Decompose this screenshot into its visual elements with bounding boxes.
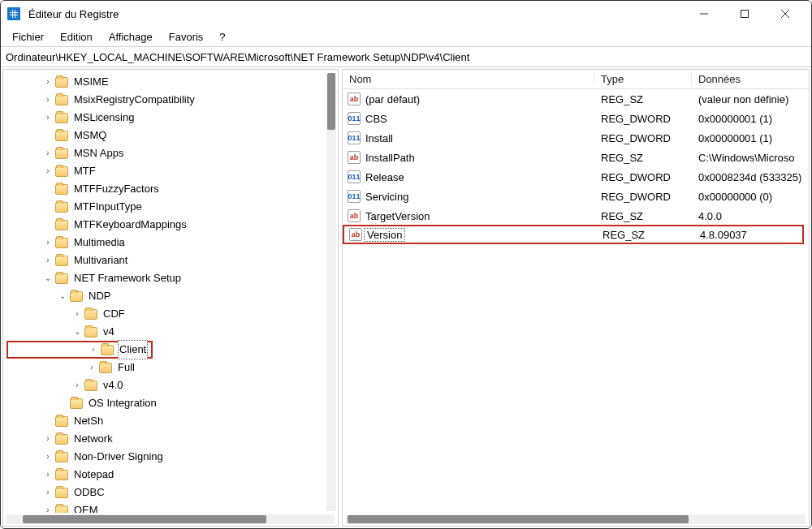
value-type: REG_DWORD [594,191,692,203]
chevron-right-icon[interactable]: › [42,501,54,513]
value-type: REG_SZ [596,229,693,241]
menu-file[interactable]: Fichier [12,31,44,43]
value-data: 0x00000001 (1) [692,132,809,144]
tree-node-label: v4 [102,323,116,341]
chevron-right-icon[interactable]: › [42,430,54,448]
dword-value-icon: 011 [348,170,361,183]
menu-help[interactable]: ? [219,31,225,43]
tree-node-label: MSIME [72,73,110,91]
minimize-button[interactable] [693,2,715,25]
list-row[interactable]: abVersionREG_SZ4.8.09037 [343,225,804,244]
chevron-right-icon[interactable]: › [86,359,97,376]
tree-node[interactable]: MSMQ [6,127,338,144]
tree-node-label: NDP [87,287,112,305]
chevron-right-icon[interactable]: › [88,341,99,359]
list-row[interactable]: 011ReleaseREG_DWORD0x0008234d (533325) [343,167,809,187]
folder-icon [99,363,112,373]
tree-node[interactable]: ⌄v4 [6,323,338,341]
tree-node-label: OEM [72,501,100,513]
tree-node-label: v4.0 [102,376,125,394]
column-header-type[interactable]: Type [594,73,692,85]
string-value-icon: ab [348,151,361,164]
tree-node[interactable]: MTFKeyboardMappings [6,216,338,234]
tree-node[interactable]: ⌄NDP [6,287,338,305]
value-data: 4.0.0 [692,210,809,222]
tree-node-label: NetSh [72,412,105,430]
regedit-app-icon [7,7,20,20]
tree-node[interactable]: ›Non-Driver Signing [6,448,338,466]
address-bar[interactable]: Ordinateur\HKEY_LOCAL_MACHINE\SOFTWARE\M… [1,46,811,67]
tree-node[interactable]: ›Notepad [6,466,338,484]
menu-bar: Fichier Edition Affichage Favoris ? [1,27,811,46]
folder-icon [55,256,68,266]
tree-horizontal-scrollbar[interactable] [6,514,335,524]
window-title: Éditeur du Registre [28,8,119,20]
tree-node[interactable]: ›Network [6,430,338,448]
tree-node[interactable]: ›Client [6,341,153,359]
string-value-icon: ab [348,209,361,222]
folder-icon [55,470,68,480]
maximize-button[interactable] [733,2,756,25]
chevron-right-icon[interactable]: › [42,448,54,466]
chevron-down-icon[interactable]: ⌄ [57,287,68,305]
menu-view[interactable]: Affichage [109,31,153,43]
scrollbar-thumb[interactable] [348,515,689,523]
tree-node[interactable]: ›MSIME [6,73,338,91]
chevron-right-icon[interactable]: › [42,144,54,162]
values-list[interactable]: ab(par défaut)REG_SZ(valeur non définie)… [343,89,809,513]
chevron-right-icon[interactable]: › [42,109,54,127]
chevron-right-icon[interactable]: › [42,252,54,269]
scrollbar-thumb[interactable] [23,515,266,523]
tree-node[interactable]: MTFInputType [6,198,338,216]
values-pane: Nom Type Données ab(par défaut)REG_SZ(va… [342,69,810,527]
value-type: REG_SZ [594,210,692,222]
tree-node-label: Full [116,359,136,376]
registry-tree[interactable]: ›MSIME›MsixRegistryCompatibility›MSLicen… [3,70,338,513]
chevron-right-icon[interactable]: › [71,376,83,394]
list-row[interactable]: 011InstallREG_DWORD0x00000001 (1) [343,128,809,148]
svg-rect-1 [741,11,749,18]
close-button[interactable] [774,2,797,25]
column-header-data[interactable]: Données [692,73,809,85]
tree-node[interactable]: ›CDF [6,305,338,323]
tree-node-label: MTFInputType [72,198,144,216]
folder-icon [70,291,83,302]
scrollbar-thumb[interactable] [327,73,335,130]
chevron-right-icon[interactable]: › [42,91,54,109]
tree-node[interactable]: ›MSN Apps [6,144,338,162]
list-row[interactable]: 011CBSREG_DWORD0x00000001 (1) [343,109,809,128]
chevron-right-icon[interactable]: › [42,162,54,180]
tree-node[interactable]: ›Full [6,359,338,376]
value-data: C:\Windows\Microso [692,152,809,164]
tree-node[interactable]: ›MSLicensing [6,109,338,127]
chevron-right-icon[interactable]: › [42,466,54,484]
tree-node[interactable]: ›MTF [6,162,338,180]
chevron-down-icon[interactable]: ⌄ [42,269,54,287]
menu-edit[interactable]: Edition [60,31,93,43]
tree-node[interactable]: NetSh [6,412,338,430]
chevron-right-icon[interactable]: › [71,305,83,323]
list-row[interactable]: abInstallPathREG_SZC:\Windows\Microso [343,148,809,167]
tree-node[interactable]: ›MsixRegistryCompatibility [6,91,338,109]
list-horizontal-scrollbar[interactable] [346,514,806,524]
menu-favorites[interactable]: Favoris [169,31,204,43]
tree-node[interactable]: ›ODBC [6,484,338,501]
chevron-right-icon[interactable]: › [42,484,54,501]
tree-node[interactable]: ⌄NET Framework Setup [6,269,338,287]
tree-node[interactable]: MTFFuzzyFactors [6,180,338,198]
list-row[interactable]: ab(par défaut)REG_SZ(valeur non définie) [343,89,809,109]
list-row[interactable]: abTargetVersionREG_SZ4.0.0 [343,206,809,226]
tree-node[interactable]: OS Integration [6,394,338,412]
chevron-down-icon[interactable]: ⌄ [71,323,83,341]
chevron-right-icon[interactable]: › [42,234,54,252]
tree-vertical-scrollbar[interactable] [326,73,336,511]
tree-node[interactable]: ›v4.0 [6,376,338,394]
chevron-right-icon[interactable]: › [42,73,54,91]
tree-node[interactable]: ›Multimedia [6,234,338,252]
window-controls [693,2,805,25]
list-row[interactable]: 011ServicingREG_DWORD0x00000000 (0) [343,187,809,206]
value-name: Release [365,171,404,183]
column-header-name[interactable]: Nom [343,73,594,85]
tree-node[interactable]: ›OEM [6,501,338,513]
tree-node[interactable]: ›Multivariant [6,252,338,269]
